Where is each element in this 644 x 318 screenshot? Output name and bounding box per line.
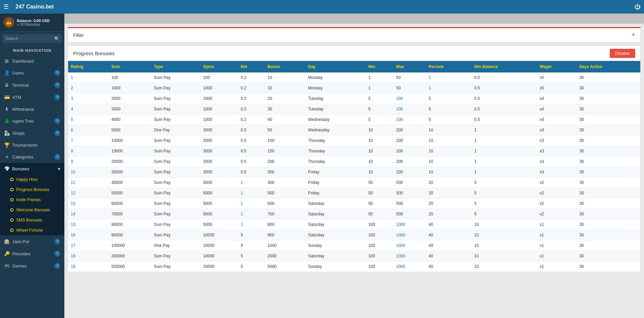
wheel-fortune-circle [10, 229, 14, 232]
terminal-badge: ? [54, 82, 60, 88]
sidebar-item-terminal[interactable]: 🖥 Terminal ? [0, 79, 64, 91]
cell-days-active: 30 [577, 72, 640, 83]
cell-max: 200 [393, 125, 426, 135]
cell-days-active: 30 [577, 261, 640, 272]
table-row: 9 15000 Sum Pay 3000 0.5 150 Thursday 10… [68, 146, 640, 156]
table-container: Progress Bonuses Disable Rating Sum Type… [68, 46, 641, 272]
sidebar-item-shops[interactable]: 🏪 Shops ? [0, 127, 64, 139]
cell-min: 100 [366, 219, 393, 230]
sidebar-item-categories[interactable]: ≡ Categories ? [0, 151, 64, 163]
table-header-row: Progress Bonuses Disable [68, 46, 640, 61]
cell-min-balance: 1 [472, 167, 537, 177]
sidebar-item-users[interactable]: 👤 Users ? [0, 67, 64, 79]
col-min: Min [366, 61, 393, 72]
cell-rating: 17 [68, 240, 109, 251]
progress-bonuses-circle [10, 188, 14, 191]
cell-spins: 5000 [201, 209, 238, 219]
col-max: Max [393, 61, 426, 72]
cell-max: 200 [393, 156, 426, 167]
search-input[interactable] [3, 34, 62, 43]
cell-day: Wednesday [306, 125, 366, 135]
cell-bet: 1 [238, 177, 265, 188]
pincodes-icon: 🔑 [4, 251, 9, 256]
sidebar-item-jackpot[interactable]: 🎰 Jack Pot ? [0, 235, 64, 248]
sidebar-item-atm[interactable]: 💳 ATM ? [0, 91, 64, 103]
sidebar-item-sms-bonuses[interactable]: SMS Bonuses [0, 215, 64, 225]
cell-day: Sunday [306, 261, 366, 272]
cell-day: Thursday [306, 146, 366, 156]
cell-days-active: 30 [577, 188, 640, 198]
cell-min-balance: 1 [472, 156, 537, 167]
cell-max: 500 [393, 209, 426, 219]
sidebar-user: 🤠 Balance: 0.00 USD 247Mainshop [0, 14, 64, 31]
cell-type: Sum Pay [151, 167, 201, 177]
app-title: 247 Casino.bet [16, 4, 635, 10]
cell-rating: 13 [68, 198, 109, 209]
cell-rating: 2 [68, 83, 109, 93]
shops-badge: ? [54, 130, 60, 136]
cell-percent: 10 [426, 125, 472, 135]
cell-max: 200 [393, 135, 426, 146]
cell-bet: 5 [238, 261, 265, 272]
col-wager: Wager [537, 61, 577, 72]
cell-max: 500 [393, 177, 426, 188]
cell-min-balance: 10 [472, 230, 537, 240]
sidebar-item-wheel-fortune[interactable]: Wheel Fortune [0, 225, 64, 235]
gray-bar [64, 14, 644, 24]
sidebar-item-progress-bonuses[interactable]: Progress Bonuses [0, 185, 64, 195]
cell-min-balance: 0.5 [472, 93, 537, 104]
sidebar-item-invite-friends[interactable]: Invite Friends [0, 195, 64, 205]
cell-min: 100 [366, 251, 393, 261]
sidebar-item-bonuses[interactable]: 💎 Bonuses ▾ [0, 163, 64, 174]
content-inner: Filter + Progress Bonuses Disable Rating… [64, 24, 644, 318]
cell-spins: 3000 [201, 125, 238, 135]
cell-wager: x5 [537, 83, 577, 93]
dashboard-icon: ⊞ [4, 58, 9, 64]
sidebar-item-tournaments[interactable]: 🏆 Tournaments [0, 139, 64, 151]
cell-min-balance: 0.5 [472, 83, 537, 93]
disable-button[interactable]: Disable [610, 49, 635, 58]
pincodes-badge: ? [54, 251, 60, 257]
cell-min: 5 [366, 114, 393, 125]
cell-type: Sum Pay [151, 135, 201, 146]
sidebar-item-agent-tree[interactable]: 🌲 Agent Tree ? [0, 115, 64, 127]
table-row: 9 20000 Sum Pay 3000 0.5 200 Thursday 10… [68, 156, 640, 167]
cell-day: Friday [306, 188, 366, 198]
cell-day: Wednesday [306, 114, 366, 125]
cell-bonus: 100 [265, 135, 306, 146]
cell-min: 50 [366, 177, 393, 188]
sidebar-item-pincodes[interactable]: 🔑 Pincodes ? [0, 248, 64, 260]
cell-min: 10 [366, 146, 393, 156]
cell-min: 10 [366, 156, 393, 167]
col-type: Type [151, 61, 201, 72]
table-header-cols: Rating Sum Type Spins Bet Bonus Day Min … [68, 61, 640, 72]
tournaments-icon: 🏆 [4, 142, 9, 148]
sidebar-item-withdrawal[interactable]: ⬇ Withdrawal [0, 103, 64, 115]
sidebar-item-happy-hour[interactable]: Happy Hour [0, 174, 64, 185]
cell-bet: 0.2 [238, 72, 265, 83]
table-row: 5 4000 Sum Pay 1000 0.2 40 Wednesday 5 1… [68, 114, 640, 125]
power-icon[interactable]: ⏻ [635, 3, 641, 10]
cell-sum: 10000 [109, 135, 151, 146]
cell-type: Sum Pay [151, 188, 201, 198]
cell-wager: x3 [537, 146, 577, 156]
table-body: 1 100 Sum Pay 100 0.2 10 Monday 1 50 1 0… [68, 72, 640, 272]
cell-max: 100 [393, 93, 426, 104]
cell-spins: 5000 [201, 198, 238, 209]
sidebar-item-games[interactable]: 🎮 Games ? [0, 260, 64, 272]
cell-spins: 3000 [201, 156, 238, 167]
topbar-right: ⏻ [635, 3, 641, 10]
menu-icon[interactable]: ☰ [3, 3, 9, 10]
cell-type: Sum Pay [151, 146, 201, 156]
sidebar-item-welcome-bonuses[interactable]: Welcome Bonuses [0, 205, 64, 215]
cell-bonus: 300 [265, 167, 306, 177]
cell-spins: 5000 [201, 177, 238, 188]
filter-plus-button[interactable]: + [631, 31, 635, 39]
cell-min-balance: 5 [472, 188, 537, 198]
cell-percent: 10 [426, 146, 472, 156]
cell-sum: 90000 [109, 230, 151, 240]
table-row: 7 10000 Sum Pay 3000 0.5 100 Thursday 10… [68, 135, 640, 146]
cell-min-balance: 5 [472, 198, 537, 209]
sidebar-item-dashboard[interactable]: ⊞ Dashboard [0, 55, 64, 67]
table-title: Progress Bonuses [73, 50, 610, 56]
